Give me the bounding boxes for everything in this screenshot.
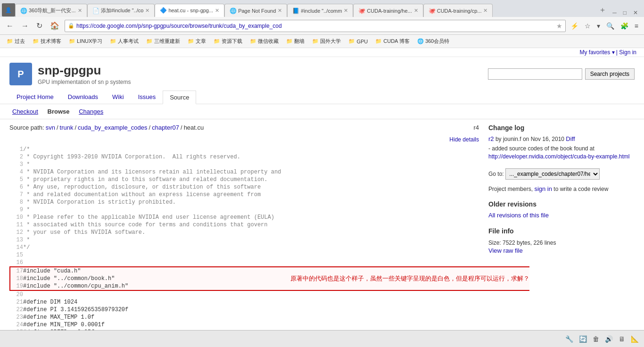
line-code	[23, 290, 281, 298]
bookmark-renshi[interactable]: 📁 人事考试	[107, 37, 141, 46]
search-projects-input[interactable]	[488, 68, 582, 80]
tab-2-close[interactable]: ✕	[145, 8, 149, 14]
dropdown-icon[interactable]: ▾	[595, 21, 602, 31]
line-code: #include "../common/cpu_anim.h"	[23, 282, 281, 290]
sub-nav-checkout[interactable]: Checkout	[9, 107, 41, 116]
tab-3-close[interactable]: ✕	[215, 8, 219, 14]
home-button[interactable]: 🏠	[48, 20, 62, 31]
nav-downloads[interactable]: Downloads	[61, 90, 105, 104]
bookmark-weixin[interactable]: 📁 微信收藏	[247, 37, 281, 46]
bookmark-renshi-label: 人事考试	[118, 38, 139, 45]
forward-button[interactable]: →	[19, 21, 31, 31]
maximize-button[interactable]: □	[621, 8, 629, 17]
tab-3-active[interactable]: 🔷 heat.cu - snp-gpg... ✕	[155, 4, 224, 17]
star-icon[interactable]: ☆	[583, 21, 593, 31]
changelog-r2-link[interactable]: r2	[488, 135, 494, 142]
new-tab-button[interactable]: ＋	[595, 3, 610, 17]
changelog-entry: r2 by jounin.f on Nov 16, 2010 Diff	[488, 135, 635, 142]
tab-4-title: Page Not Found	[238, 8, 276, 14]
tab-7[interactable]: 🐙 CUDA-training/cp... ✕	[423, 4, 493, 17]
source-area: Source path: svn / trunk / cuda_by_examp…	[9, 124, 479, 344]
nav-source[interactable]: Source	[163, 91, 196, 104]
source-path-chapter[interactable]: chapter07	[152, 124, 179, 131]
bookmark-jishu-label: 技术博客	[41, 38, 61, 45]
bookmark-guowai-label: 国外大学	[320, 38, 341, 45]
taskbar-icon-2[interactable]: 🔄	[578, 334, 588, 344]
nav-issues[interactable]: Issues	[131, 90, 163, 104]
line-number: 14	[10, 244, 23, 251]
tab-1-favicon: 🌐	[20, 8, 27, 14]
minimize-button[interactable]: ─	[610, 8, 619, 17]
nav-right-controls: ⚡ ☆ ▾ 🔍 🧩 ≡	[569, 21, 640, 31]
tab-bar: 👤 🌐 360导航_新一代安... ✕ 📄 添加#include "../co …	[0, 0, 644, 17]
bookmark-guowai[interactable]: 📁 国外大学	[309, 37, 344, 46]
table-row: 24#define MIN_TEMP 0.0001f	[10, 321, 529, 329]
tab-6-close[interactable]: ✕	[414, 8, 418, 14]
tab-4[interactable]: 🌐 Page Not Found ✕	[224, 4, 287, 17]
sep3: /	[149, 124, 151, 131]
reload-button[interactable]: ↻	[34, 20, 45, 31]
bookmark-jishu[interactable]: 📁 技术博客	[30, 37, 64, 46]
navigation-bar: ← → ↻ 🏠 🔒 https://code.google.com/p/snp-…	[0, 17, 644, 35]
hide-details-link[interactable]: Hide details	[449, 136, 479, 143]
taskbar-icon-6[interactable]: 📐	[629, 334, 640, 344]
bookmark-360[interactable]: 🌐 360会员特	[414, 37, 452, 46]
profile-avatar[interactable]: 👤	[2, 3, 15, 17]
bookmark-fanqiang-icon: 📁	[286, 38, 293, 44]
taskbar-icon-5[interactable]: 🖥	[617, 334, 627, 344]
bookmark-sanwei[interactable]: 📁 三维重建新	[143, 37, 183, 46]
hide-details-container: Hide details	[9, 136, 479, 143]
line-number: 1	[10, 146, 23, 153]
tab-4-close[interactable]: ✕	[278, 8, 282, 14]
bookmark-sanwei-label: 三维重建新	[154, 38, 180, 45]
tab-5-close[interactable]: ✕	[344, 8, 348, 14]
my-favorites-link[interactable]: My favorites	[579, 49, 610, 56]
taskbar-icon-1[interactable]: 🔧	[564, 334, 575, 344]
source-path-codes[interactable]: cuda_by_example_codes	[78, 124, 147, 131]
tab-7-favicon: 🐙	[429, 8, 435, 14]
address-input[interactable]: https://code.google.com/p/snp-gpgpu/sour…	[76, 23, 554, 29]
line-code: *	[23, 161, 281, 168]
favorites-dropdown[interactable]: ▾ |	[612, 49, 619, 56]
back-button[interactable]: ←	[4, 21, 16, 31]
bookmark-guoqu[interactable]: 📁 过去	[4, 37, 28, 46]
tab-7-close[interactable]: ✕	[483, 8, 487, 14]
tab-1[interactable]: 🌐 360导航_新一代安... ✕	[15, 4, 87, 17]
tab-2[interactable]: 📄 添加#include "../co ✕	[87, 4, 155, 17]
bookmark-star-icon[interactable]: ★	[556, 22, 562, 30]
search-projects-area: Search projects	[488, 68, 635, 80]
close-button[interactable]: ✕	[631, 8, 640, 17]
search-projects-button[interactable]: Search projects	[585, 68, 635, 80]
tab-1-close[interactable]: ✕	[78, 8, 82, 14]
project-title-area: P snp-gpgpu GPU implementation of sn p s…	[9, 63, 131, 85]
nav-wiki[interactable]: Wiki	[105, 90, 131, 104]
tab-2-title: 添加#include "../co	[101, 7, 144, 14]
line-number: 19	[10, 282, 23, 290]
page-navigation: Project Home Downloads Wiki Issues Sourc…	[9, 90, 635, 104]
bookmark-wenzhang[interactable]: 📁 文章	[185, 37, 209, 46]
taskbar-icon-4[interactable]: 🔊	[603, 334, 614, 344]
bookmark-linux[interactable]: 📁 LINUX学习	[66, 37, 105, 46]
address-bar: 🔒 https://code.google.com/p/snp-gpgpu/so…	[65, 20, 566, 32]
tab-5[interactable]: 📘 #include "../comm ✕	[287, 4, 353, 17]
extension-icon[interactable]: 🧩	[619, 21, 630, 31]
line-number: 23	[10, 314, 23, 321]
lightning-icon[interactable]: ⚡	[569, 21, 580, 31]
taskbar-icon-3[interactable]: 🗑	[591, 334, 601, 344]
bookmark-cuda[interactable]: 📁 CUDA 博客	[372, 37, 413, 46]
changelog-diff-link[interactable]: Diff	[566, 135, 575, 142]
project-members-signin[interactable]: sign in	[534, 185, 552, 192]
bookmark-resource[interactable]: 📁 资源下载	[211, 37, 245, 46]
search-icon[interactable]: 🔍	[604, 21, 616, 31]
line-code: *	[23, 236, 281, 244]
tab-6[interactable]: 🐙 CUDA-training/he... ✕	[353, 4, 423, 17]
bookmark-gpu[interactable]: 📁 GPU	[346, 37, 371, 45]
sub-nav-changes[interactable]: Changes	[76, 107, 106, 116]
bookmark-fanqiang[interactable]: 📁 翻墙	[283, 37, 307, 46]
menu-icon[interactable]: ≡	[633, 21, 640, 31]
table-row: 20	[10, 290, 529, 298]
sign-in-link-top[interactable]: Sign in	[619, 49, 636, 56]
source-path-svn[interactable]: svn	[46, 124, 55, 131]
nav-project-home[interactable]: Project Home	[9, 90, 61, 104]
source-path-trunk[interactable]: trunk	[60, 124, 74, 131]
